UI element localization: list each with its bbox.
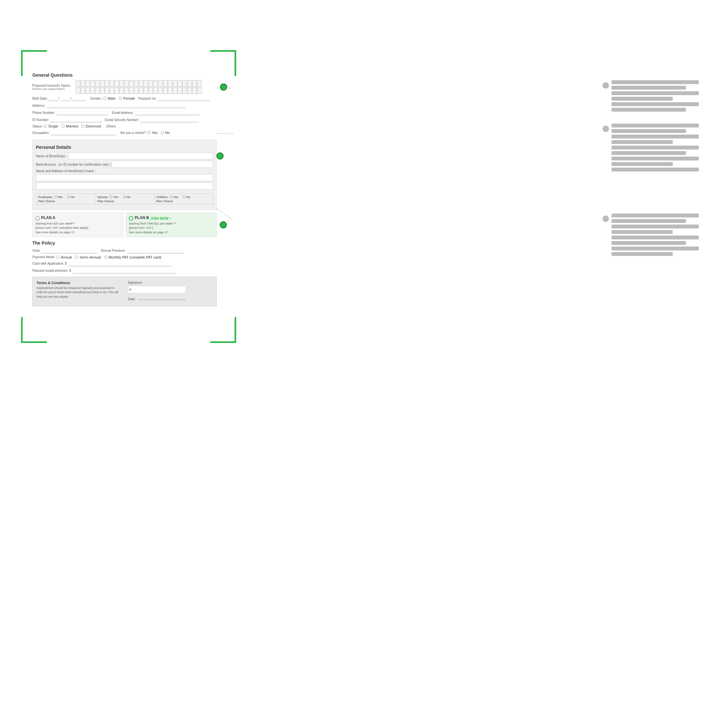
- passport-input[interactable]: [158, 96, 210, 101]
- employee-yes-radio[interactable]: Yes: [54, 195, 63, 199]
- capital-letters-note: (Please use capital letters): [32, 87, 76, 90]
- name-cell: [134, 87, 139, 94]
- name-cell: [139, 80, 143, 87]
- name-cell: [134, 80, 139, 87]
- beneficiary-bank-label: Name and Address of beneficiary's bank :: [36, 169, 95, 173]
- name-cell: [168, 87, 173, 94]
- children-yes-radio[interactable]: Yes: [170, 195, 179, 199]
- name-cell: [95, 80, 99, 87]
- annotation-line: [612, 124, 699, 127]
- id-input[interactable]: [50, 117, 102, 122]
- modal-premium-input[interactable]: [72, 268, 176, 274]
- annotation-line: [612, 252, 673, 256]
- annotation-line: [612, 102, 699, 106]
- beneficiary-bank-row: Name and Address of beneficiary's bank :: [36, 169, 213, 190]
- social-security-input[interactable]: [141, 117, 199, 122]
- terms-section: Terms & Conditions Improvement should be…: [32, 277, 217, 306]
- annotation-line: [612, 86, 686, 90]
- name-cell: [173, 87, 177, 94]
- units-input[interactable]: [41, 248, 98, 253]
- name-cell: [197, 80, 202, 87]
- plan-a-title: PLAN A: [41, 216, 55, 220]
- name-cell: [163, 87, 168, 94]
- svg-line-2: [217, 209, 233, 220]
- spouse-yes-radio[interactable]: Yes: [110, 195, 118, 199]
- annotation-dot-2: [603, 125, 609, 132]
- gender-female-radio[interactable]: Female: [119, 96, 135, 100]
- name-cell: [105, 87, 109, 94]
- annual-premium-input[interactable]: [127, 248, 184, 253]
- name-cell: [124, 80, 129, 87]
- name-cell: [148, 87, 153, 94]
- phone-email-row: Phone Number: Email Address:: [32, 110, 217, 115]
- birth-date-dd[interactable]: [49, 96, 58, 101]
- annotation-line: [612, 91, 699, 95]
- name-cell: [163, 80, 168, 87]
- occupation-input[interactable]: [51, 130, 116, 135]
- annotation-line: [612, 97, 673, 101]
- children-no-radio[interactable]: No: [183, 195, 190, 199]
- beneficiary-bank-line2[interactable]: [36, 182, 213, 190]
- retiree-no-radio[interactable]: No: [161, 131, 170, 135]
- birth-date-yyyy[interactable]: [73, 96, 86, 101]
- employee-no-radio[interactable]: No: [67, 195, 74, 199]
- cash-label: Cash with Application: $: [32, 262, 67, 265]
- annotation-line: [612, 108, 686, 112]
- name-cell: [168, 80, 173, 87]
- beneficiary-name-row: Name of Beneficiary :: [36, 152, 213, 159]
- name-cell: [148, 80, 153, 87]
- beneficiary-bank-line1[interactable]: [36, 174, 213, 181]
- annotation-line: [612, 246, 699, 251]
- plan-b-indicator-dot: [220, 221, 227, 228]
- annotation-line: [612, 168, 699, 171]
- main-form: General Questions Proposed Insured's Nam…: [32, 71, 217, 306]
- annotation-line: [612, 80, 699, 84]
- modal-premium-label: Planned modal premium: $: [32, 269, 71, 272]
- annual-premium-label: Annual Premium:: [101, 249, 126, 252]
- name-cell: [119, 87, 124, 94]
- annotation-dot-3: [603, 216, 609, 222]
- policy-title: The Policy: [32, 240, 217, 246]
- spouse-no-radio[interactable]: No: [123, 195, 130, 199]
- personal-details-section: Personal Details Name of Beneficiary : B…: [32, 140, 217, 210]
- email-input[interactable]: [135, 110, 200, 115]
- name-cell: [76, 87, 80, 94]
- plan-b-note2: See more details on page 17: [129, 230, 214, 234]
- plan-a-radio[interactable]: [35, 216, 40, 221]
- address-input[interactable]: [46, 103, 185, 108]
- plan-a-note2: See more details on page 17: [35, 230, 120, 234]
- status-divorced-radio[interactable]: Devorced: [81, 124, 101, 128]
- plan-b-note1: (prices excl. VAT.): [129, 225, 214, 230]
- status-married-radio[interactable]: Married: [61, 124, 78, 128]
- annotation-line: [612, 230, 673, 234]
- payment-semi-annual-radio[interactable]: Semi–Annual: [75, 255, 101, 259]
- beneficiary-input[interactable]: [68, 152, 213, 159]
- name-cell: [115, 87, 119, 94]
- plan-b-box: PLAN B JOIN NOW ! Starting from THB $21 …: [126, 213, 217, 237]
- payment-monthly-radio[interactable]: Monthly PAT (complete PAT card): [104, 255, 161, 259]
- retiree-yes-radio[interactable]: Yes: [147, 131, 158, 135]
- name-cell: [153, 87, 158, 94]
- id-label: ID Number:: [32, 118, 49, 122]
- name-cell: [115, 80, 119, 87]
- annotation-panel-3: [612, 214, 699, 256]
- signature-input[interactable]: [128, 286, 186, 294]
- name-cell: [100, 80, 104, 87]
- payment-annual-radio[interactable]: Annual: [56, 255, 72, 259]
- retiree-label: Are you a retiree?: [120, 131, 146, 135]
- terms-left-panel: Terms & Conditions Improvement should be…: [37, 281, 121, 302]
- phone-input[interactable]: [56, 110, 108, 115]
- birth-date-mm[interactable]: [61, 96, 70, 101]
- name-cell: [182, 80, 187, 87]
- passport-label: Passport no:: [138, 97, 156, 100]
- plan-a-box: PLAN A Starting from $25 per week** (pri…: [32, 213, 123, 237]
- name-cell: [129, 80, 134, 87]
- plan-b-radio[interactable]: [129, 216, 133, 221]
- email-label: Email Address:: [112, 111, 134, 115]
- general-questions-title: General Questions: [32, 72, 217, 78]
- name-cell: [124, 87, 129, 94]
- gender-male-radio[interactable]: Male: [103, 96, 116, 100]
- status-single-radio[interactable]: Single: [44, 124, 58, 128]
- cash-input[interactable]: [68, 261, 171, 266]
- bank-account-input[interactable]: [112, 161, 213, 168]
